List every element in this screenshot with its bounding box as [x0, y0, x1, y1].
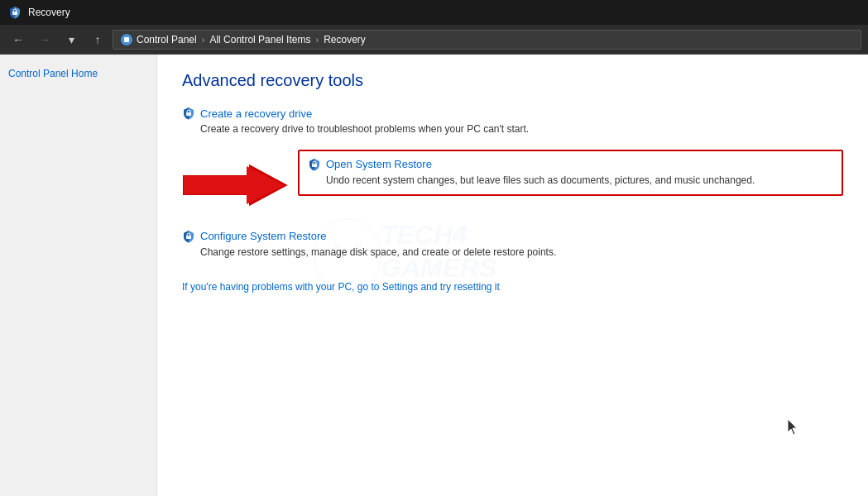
address-bar[interactable]: Control Panel › All Control Panel Items …: [113, 30, 861, 50]
title-bar-title: Recovery: [28, 7, 70, 18]
create-recovery-item: Create a recovery drive Create a recover…: [182, 107, 843, 136]
breadcrumb-recovery[interactable]: Recovery: [324, 34, 366, 45]
page-title: Advanced recovery tools: [182, 71, 843, 90]
configure-restore-item: Configure System Restore Change restore …: [182, 230, 843, 260]
svg-rect-0: [12, 12, 17, 15]
svg-rect-3: [186, 112, 191, 116]
open-system-restore-desc: Undo recent system changes, but leave fi…: [326, 174, 833, 188]
svg-rect-8: [186, 236, 191, 239]
red-arrow: [182, 156, 290, 214]
open-system-restore-link[interactable]: Open System Restore: [326, 158, 432, 170]
sidebar: Control Panel Home: [0, 55, 157, 496]
svg-marker-6: [184, 166, 285, 204]
configure-restore-header: Configure System Restore: [182, 230, 843, 243]
nav-bar: ← → ▾ ↑ Control Panel › All Control Pane…: [0, 25, 868, 55]
shield-icon-2: [308, 158, 321, 171]
breadcrumb-sep-1: ›: [202, 35, 205, 45]
back-button[interactable]: ←: [7, 28, 30, 51]
control-panel-home-link[interactable]: Control Panel Home: [8, 68, 98, 79]
main-container: Control Panel Home Advanced recovery too…: [0, 55, 868, 496]
shield-icon-1: [182, 107, 195, 120]
create-recovery-header: Create a recovery drive: [182, 107, 843, 120]
svg-rect-2: [124, 37, 129, 42]
dropdown-button[interactable]: ▾: [60, 28, 83, 51]
up-button[interactable]: ↑: [86, 28, 109, 51]
breadcrumb-sep-2: ›: [315, 35, 319, 45]
content-area: Advanced recovery tools Create a recover…: [157, 55, 868, 496]
breadcrumb-all-items[interactable]: All Control Panel Items: [209, 34, 310, 45]
title-bar-icon: [8, 6, 22, 19]
configure-restore-link[interactable]: Configure System Restore: [200, 230, 326, 242]
title-bar: Recovery: [0, 0, 868, 25]
open-system-restore-header: Open System Restore: [308, 158, 833, 171]
red-arrow-container: [182, 156, 290, 217]
control-panel-icon: [120, 33, 133, 46]
forward-button[interactable]: →: [33, 28, 56, 51]
create-recovery-desc: Create a recovery drive to troubleshoot …: [200, 122, 843, 136]
settings-reset-link[interactable]: If you're having problems with your PC, …: [182, 281, 500, 293]
configure-restore-desc: Change restore settings, manage disk spa…: [200, 246, 843, 260]
breadcrumb-control-panel[interactable]: Control Panel: [137, 34, 197, 45]
open-system-restore-box: Open System Restore Undo recent system c…: [298, 150, 843, 196]
create-recovery-link[interactable]: Create a recovery drive: [200, 107, 312, 120]
shield-icon-3: [182, 230, 195, 243]
svg-rect-7: [312, 164, 317, 167]
